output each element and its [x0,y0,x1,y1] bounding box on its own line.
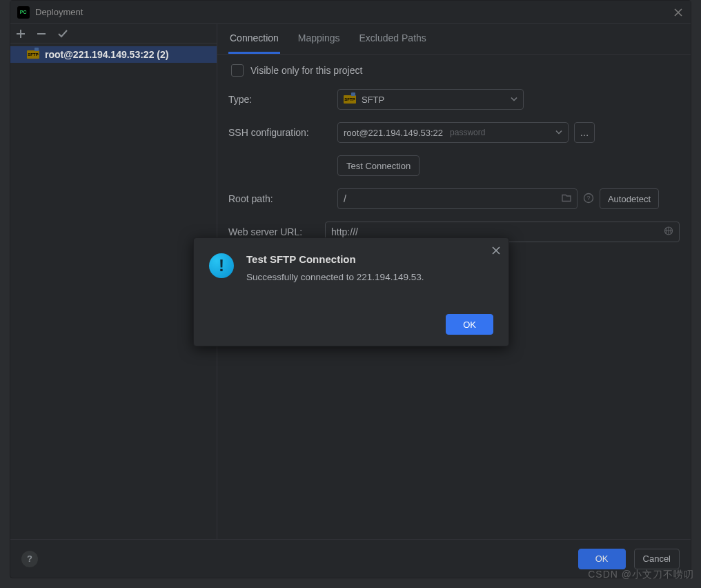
ssh-config-select[interactable]: root@221.194.149.53:22 password [337,122,569,143]
server-item-selected[interactable]: SFTP root@221.194.149.53:22 (2) [10,46,217,63]
ssh-config-hint: password [450,128,485,137]
ssh-config-edit-button[interactable]: … [574,122,595,143]
tab-connection[interactable]: Connection [228,24,280,54]
type-value: SFTP [362,95,384,105]
ok-button[interactable]: OK [578,549,626,569]
help-icon[interactable]: ? [583,193,594,206]
test-connection-row: Test Connection [228,155,680,176]
root-path-label: Root path: [228,193,332,204]
add-icon[interactable] [16,29,26,39]
apply-icon[interactable] [57,28,68,39]
tab-excluded-paths[interactable]: Excluded Paths [358,24,428,54]
root-path-row: Root path: / ? Autodetect [228,188,680,209]
modal-title: Test SFTP Connection [246,253,424,265]
server-list: SFTP root@221.194.149.53:22 (2) [10,43,217,539]
web-url-label: Web server URL: [228,226,319,237]
visible-only-row: Visible only for this project [228,64,680,77]
close-icon[interactable] [492,246,500,257]
tabs: Connection Mappings Excluded Paths [217,24,691,55]
window-title: Deployment [35,7,83,17]
info-icon: ! [209,253,234,278]
type-row: Type: SFTP SFTP [228,89,680,110]
close-icon[interactable] [673,7,684,18]
sidebar-toolbar [10,24,217,43]
cancel-button[interactable]: Cancel [634,549,680,569]
chevron-down-icon [555,128,562,138]
ssh-config-label: SSH configuration: [228,127,332,138]
type-label: Type: [228,94,332,105]
connection-form: Visible only for this project Type: SFTP… [217,55,691,252]
ssh-config-row: SSH configuration: root@221.194.149.53:2… [228,122,680,143]
visible-only-label: Visible only for this project [250,65,362,76]
modal-message: Successfully connected to 221.194.149.53… [246,272,424,282]
visible-only-checkbox[interactable] [231,64,244,77]
watermark: CSDN @小文刀不唠叨 [588,569,694,581]
test-connection-button[interactable]: Test Connection [337,155,419,176]
sftp-icon: SFTP [27,50,39,59]
globe-icon[interactable] [664,226,673,238]
titlebar: PC Deployment [10,1,691,24]
tab-mappings[interactable]: Mappings [297,24,342,54]
svg-text:PC: PC [20,9,27,14]
web-url-value: http:/// [331,226,358,237]
ssh-config-value: root@221.194.149.53:22 [344,128,443,138]
svg-text:?: ? [586,195,590,202]
sftp-icon: SFTP [344,95,356,104]
server-item-label: root@221.194.149.53:22 (2) [45,49,168,60]
autodetect-button[interactable]: Autodetect [600,188,659,209]
type-select[interactable]: SFTP SFTP [337,89,524,110]
modal-ok-button[interactable]: OK [446,314,493,335]
folder-icon[interactable] [562,193,571,205]
chevron-down-icon [511,95,517,105]
help-button[interactable]: ? [21,551,38,567]
pycharm-app-icon: PC [17,6,30,19]
sidebar: SFTP root@221.194.149.53:22 (2) [10,24,217,539]
root-path-input[interactable]: / [337,188,577,209]
remove-icon[interactable] [37,29,46,39]
root-path-value: / [344,193,346,204]
test-connection-modal: ! Test SFTP Connection Successfully conn… [193,237,509,346]
